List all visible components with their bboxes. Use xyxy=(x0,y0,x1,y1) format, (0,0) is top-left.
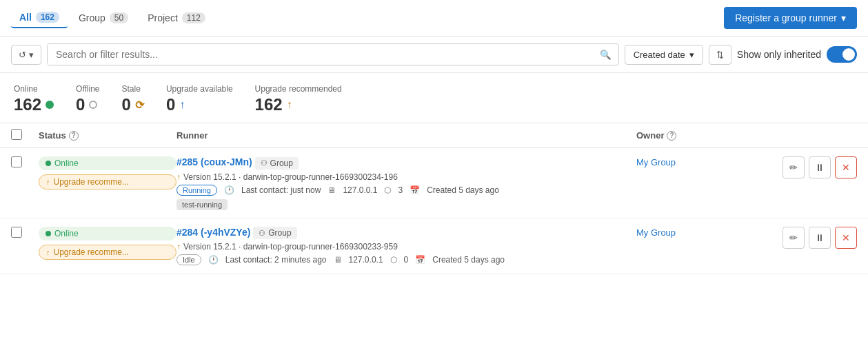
row-actions: ✏ ⏸ ✕ xyxy=(774,227,857,249)
tab-all-label: All xyxy=(19,12,32,23)
register-button-label: Register a group runner xyxy=(735,12,837,23)
runner-link[interactable]: #284 (-y4hVZYe) xyxy=(176,227,250,238)
runner-group-badge: ⚇ Group xyxy=(255,157,299,170)
tab-group-count: 50 xyxy=(110,12,128,23)
group-icon: ⚇ xyxy=(261,158,268,167)
table-row: Online ↑ Upgrade recomme... #285 (coux-J… xyxy=(0,148,868,218)
table-row: Online ↑ Upgrade recomme... #284 (-y4hVZ… xyxy=(0,218,868,275)
edit-button[interactable]: ✏ xyxy=(783,227,805,249)
stat-online-value: 162 xyxy=(14,95,54,114)
stat-online-label: Online xyxy=(14,84,54,94)
row-status-badges: Online ↑ Upgrade recomme... xyxy=(39,227,176,260)
stat-online: Online 162 xyxy=(14,84,54,114)
runner-details: #284 (-y4hVZYe) ⚇ Group ↑ Version 15.2.1… xyxy=(176,227,636,266)
runner-version: ↑ Version 15.2.1 · darwin-top-group-runn… xyxy=(176,242,636,252)
stat-offline: Offline 0 xyxy=(76,84,99,114)
runner-version: ↑ Version 15.2.1 · darwin-top-group-runn… xyxy=(176,172,636,182)
owner-help-icon[interactable]: ? xyxy=(667,131,676,141)
stat-upgrade-avail-value: 0 ↑ xyxy=(166,95,233,114)
header-status: Status ? xyxy=(39,130,176,141)
stat-stale-value: 0 ⟳ xyxy=(122,95,144,114)
toggle-track: ✓ xyxy=(827,46,857,63)
tab-project-count: 112 xyxy=(182,12,205,23)
sort-order-icon: ⇅ xyxy=(716,50,724,60)
pause-button[interactable]: ⏸ xyxy=(809,156,831,178)
register-group-runner-button[interactable]: Register a group runner ▾ xyxy=(724,7,857,29)
status-badge-online: Online xyxy=(39,227,176,240)
upgrade-icon: ↑ xyxy=(46,248,50,256)
tab-group-label: Group xyxy=(79,12,105,23)
runner-name: #284 (-y4hVZYe) ⚇ Group xyxy=(176,227,636,240)
row-checkbox[interactable] xyxy=(11,156,22,167)
runner-tags: test-running xyxy=(176,198,636,209)
owner-link[interactable]: My Group xyxy=(636,157,676,167)
stat-stale: Stale 0 ⟳ xyxy=(122,84,144,114)
search-input[interactable] xyxy=(48,44,593,65)
stat-stale-number: 0 xyxy=(122,95,131,114)
green-dot-icon xyxy=(46,101,54,109)
state-badge: Running xyxy=(176,185,217,196)
history-button[interactable]: ↺ ▾ xyxy=(11,45,41,65)
link-icon: ⬡ xyxy=(390,255,397,265)
stats-bar: Online 162 Offline 0 Stale 0 ⟳ Upgrade a… xyxy=(0,73,868,123)
clock-icon: 🕐 xyxy=(208,255,219,265)
tab-project[interactable]: Project 112 xyxy=(139,8,214,28)
upgrade-rec-icon: ↑ xyxy=(287,99,292,111)
toggle-thumb xyxy=(842,48,855,61)
pause-button[interactable]: ⏸ xyxy=(809,227,831,249)
tab-group[interactable]: Group 50 xyxy=(70,8,137,28)
search-icon: 🔍 xyxy=(600,50,612,60)
runner-link[interactable]: #285 (coux-JMn) xyxy=(176,156,252,167)
stat-upgrade-rec-label: Upgrade recommended xyxy=(255,84,342,94)
row-actions: ✏ ⏸ ✕ xyxy=(774,156,857,178)
stat-upgrade-rec-value: 162 ↑ xyxy=(255,95,342,114)
online-dot-icon xyxy=(46,231,51,236)
edit-button[interactable]: ✏ xyxy=(783,156,805,178)
delete-button[interactable]: ✕ xyxy=(835,227,857,249)
version-text: Version 15.2.1 · darwin-top-group-runner… xyxy=(183,242,398,252)
online-dot-icon xyxy=(46,161,51,166)
sort-date-button[interactable]: Created date ▾ xyxy=(625,45,703,65)
show-inherited-label: Show only inherited xyxy=(737,49,821,60)
monitor-icon: 🖥 xyxy=(334,255,342,265)
ip-address: 127.0.0.1 xyxy=(343,185,377,195)
row-checkbox-col xyxy=(11,227,39,240)
row-owner: My Group xyxy=(636,156,774,167)
status-badge-online: Online xyxy=(39,156,176,170)
owner-link[interactable]: My Group xyxy=(636,227,676,238)
stat-upgrade-rec-number: 162 xyxy=(255,95,283,114)
created-date: Created 5 days ago xyxy=(432,255,505,265)
gray-dot-icon xyxy=(89,101,97,109)
clock-icon: 🕐 xyxy=(224,185,234,195)
tab-all-count: 162 xyxy=(36,12,59,23)
runner-meta: Idle 🕐 Last contact: 2 minutes ago 🖥 127… xyxy=(176,254,636,265)
select-all-checkbox[interactable] xyxy=(11,129,22,140)
show-inherited-toggle[interactable]: ✓ xyxy=(827,46,857,63)
row-checkbox[interactable] xyxy=(11,227,22,238)
delete-button[interactable]: ✕ xyxy=(835,156,857,178)
tab-all[interactable]: All 162 xyxy=(11,8,68,28)
created-date: Created 5 days ago xyxy=(427,185,499,195)
upgrade-icon: ↑ xyxy=(46,178,50,186)
sort-order-button[interactable]: ⇅ xyxy=(709,45,731,65)
stat-offline-label: Offline xyxy=(76,84,99,94)
chevron-down-icon: ▾ xyxy=(841,12,846,23)
calendar-icon: 📅 xyxy=(415,255,425,265)
ip-address: 127.0.0.1 xyxy=(349,255,383,265)
tab-project-label: Project xyxy=(148,12,178,23)
search-button[interactable]: 🔍 xyxy=(593,45,618,65)
row-status-badges: Online ↑ Upgrade recomme... xyxy=(39,156,176,190)
tag-badge: test-running xyxy=(176,199,228,210)
runner-group-badge: ⚇ Group xyxy=(253,227,296,239)
status-help-icon[interactable]: ? xyxy=(69,131,79,141)
sort-label: Created date xyxy=(634,50,685,60)
status-header-label: Status xyxy=(39,130,66,141)
chevron-down-icon: ▾ xyxy=(689,50,694,60)
runner-details: #285 (coux-JMn) ⚇ Group ↑ Version 15.2.1… xyxy=(176,156,636,209)
version-text: Version 15.2.1 · darwin-top-group-runner… xyxy=(183,172,398,182)
connections-count: 0 xyxy=(404,255,409,265)
table-header: Status ? Runner Owner ? xyxy=(0,123,868,148)
last-contact: Last contact: 2 minutes ago xyxy=(225,255,327,265)
header-runner: Runner xyxy=(176,130,636,141)
chevron-down-icon: ▾ xyxy=(29,50,34,60)
